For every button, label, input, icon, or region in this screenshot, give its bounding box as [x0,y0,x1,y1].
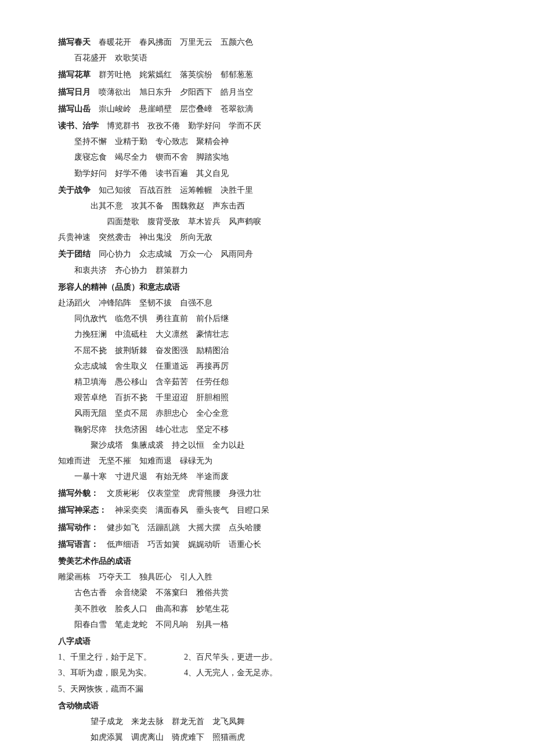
section-mountain: 描写山岳 崇山峻岭 悬崖峭壁 层峦叠嶂 苍翠欲滴 [58,102,488,116]
line-art-3: 美不胜收 脍炙人口 曲高和寡 妙笔生花 [58,602,488,616]
section-flowers: 描写花草 群芳吐艳 姹紫嫣红 落英缤纷 郁郁葱葱 [58,67,488,82]
section-appearance: 描写外貌： 文质彬彬 仪表堂堂 虎背熊腰 身强力壮 [58,486,488,501]
line-art-title: 赞美艺术作品的成语 [58,554,488,568]
label-speech: 描写语言： [58,540,99,549]
line-demeanor: 描写神采态： 神采奕奕 满面春风 垂头丧气 目瞪口呆 [58,503,488,517]
line-appearance: 描写外貌： 文质彬彬 仪表堂堂 虎背熊腰 身强力壮 [58,486,488,501]
section-action: 描写动作： 健步如飞 活蹦乱跳 大摇大摆 点头哈腰 [58,520,488,535]
line-study-2: 坚持不懈 业精于勤 专心致志 聚精会神 [58,134,488,149]
line-spirit-7: 艰苦卓绝 百折不挠 千里迢迢 肝胆相照 [58,390,488,405]
line-animal-title: 含动物成语 [58,699,488,713]
line-flowers: 描写花草 群芳吐艳 姹紫嫣红 落英缤纷 郁郁葱葱 [58,67,488,82]
line-eight-1: 1、千里之行，始于足下。 2、百尺竿头，更进一步。 [58,650,488,664]
line-spring-2: 百花盛开 欢歌笑语 [58,51,488,65]
label-animal: 含动物成语 [58,701,99,710]
label-demeanor: 描写神采态： [58,506,107,514]
label-spirit: 形容人的精神（品质）和意志成语 [58,283,180,291]
section-speech: 描写语言： 低声细语 巧舌如簧 娓娓动听 语重心长 [58,537,488,552]
line-unity-2: 和衷共济 齐心协力 群策群力 [58,263,488,278]
line-spirit-9: 鞠躬尽瘁 扶危济困 雄心壮志 坚定不移 [58,422,488,437]
line-study-1: 读书、治学 博览群书 孜孜不倦 勤学好问 学而不厌 [58,118,488,133]
section-study: 读书、治学 博览群书 孜孜不倦 勤学好问 学而不厌 坚持不懈 业精于勤 专心致志… [58,118,488,181]
line-art-2: 古色古香 余音绕梁 不落窠臼 雅俗共赏 [58,585,488,600]
line-study-3: 废寝忘食 竭尽全力 锲而不舍 脚踏实地 [58,150,488,164]
line-art-1: 雕梁画栋 巧夺天工 独具匠心 引人入胜 [58,570,488,584]
line-eight-2: 3、耳听为虚，眼见为实。 4、人无完人，金无足赤。 [58,665,488,680]
section-spirit: 形容人的精神（品质）和意志成语 赴汤蹈火 冲锋陷阵 坚韧不拔 自强不息 同仇敌忾… [58,280,488,484]
line-spirit-2: 同仇敌忾 临危不惧 勇往直前 前仆后继 [58,311,488,326]
section-eight: 八字成语 1、千里之行，始于足下。 2、百尺竿头，更进一步。 3、耳听为虚，眼见… [58,634,488,696]
line-spirit-3: 力挽狂澜 中流砥柱 大义凛然 豪情壮志 [58,327,488,341]
line-spring-1: 描写春天 春暖花开 春风拂面 万里无云 五颜六色 [58,35,488,49]
section-unity: 关于团结 同心协力 众志成城 万众一心 风雨同舟 和衷共济 齐心协力 群策群力 [58,247,488,277]
line-art-4: 阳春白雪 笔走龙蛇 不同凡响 别具一格 [58,617,488,632]
line-mountain: 描写山岳 崇山峻岭 悬崖峭壁 层峦叠嶂 苍翠欲滴 [58,102,488,116]
section-sun: 描写日月 喷薄欲出 旭日东升 夕阳西下 皓月当空 [58,85,488,99]
label-flowers: 描写花草 [58,70,91,79]
label-eight: 八字成语 [58,637,91,646]
line-war-2: 出其不意 攻其不备 围魏救赵 声东击西 [58,199,488,213]
line-study-4: 勤学好问 好学不倦 读书百遍 其义自见 [58,166,488,181]
label-war: 关于战争 [58,186,91,195]
section-art: 赞美艺术作品的成语 雕梁画栋 巧夺天工 独具匠心 引人入胜 古色古香 余音绕梁 … [58,554,488,632]
section-demeanor: 描写神采态： 神采奕奕 满面春风 垂头丧气 目瞪口呆 [58,503,488,517]
label-sun: 描写日月 [58,88,91,96]
label-appearance: 描写外貌： [58,489,99,498]
line-animal-1: 望子成龙 来龙去脉 群龙无首 龙飞凤舞 [58,714,488,729]
line-war-3: 四面楚歌 腹背受敌 草木皆兵 风声鹤唳 [58,214,488,229]
line-sun: 描写日月 喷薄欲出 旭日东升 夕阳西下 皓月当空 [58,85,488,99]
line-spirit-10: 聚沙成塔 集腋成裘 持之以恒 全力以赴 [58,438,488,452]
line-unity-1: 关于团结 同心协力 众志成城 万众一心 风雨同舟 [58,247,488,261]
line-spirit-title: 形容人的精神（品质）和意志成语 [58,280,488,294]
label-spring: 描写春天 [58,38,91,46]
line-speech: 描写语言： 低声细语 巧舌如簧 娓娓动听 语重心长 [58,537,488,552]
label-unity: 关于团结 [58,250,91,258]
line-animal-2: 如虎添翼 调虎离山 骑虎难下 照猫画虎 [58,730,488,744]
line-spirit-8: 风雨无阻 坚贞不屈 赤胆忠心 全心全意 [58,406,488,420]
line-war-1: 关于战争 知己知彼 百战百胜 运筹帷幄 决胜千里 [58,183,488,197]
section-spring: 描写春天 春暖花开 春风拂面 万里无云 五颜六色 百花盛开 欢歌笑语 [58,35,488,65]
line-eight-3: 5、天网恢恢，疏而不漏 [58,682,488,696]
line-eight-title: 八字成语 [58,634,488,649]
line-spirit-1: 赴汤蹈火 冲锋陷阵 坚韧不拔 自强不息 [58,296,488,310]
label-study: 读书、治学 [58,121,99,130]
section-animal: 含动物成语 望子成龙 来龙去脉 群龙无首 龙飞凤舞 如虎添翼 调虎离山 骑虎难下… [58,699,488,745]
line-spirit-12: 一暴十寒 寸进尺退 有始无终 半途而废 [58,469,488,484]
line-spirit-6: 精卫填海 愚公移山 含辛茹苦 任劳任怨 [58,375,488,389]
line-war-4: 兵贵神速 突然袭击 神出鬼没 所向无敌 [58,230,488,244]
label-action: 描写动作： [58,523,99,532]
section-war: 关于战争 知己知彼 百战百胜 运筹帷幄 决胜千里 出其不意 攻其不备 围魏救赵 … [58,183,488,245]
line-spirit-4: 不屈不挠 披荆斩棘 奋发图强 励精图治 [58,343,488,358]
line-spirit-11: 知难而进 无坚不摧 知难而退 碌碌无为 [58,453,488,468]
main-content: 描写春天 春暖花开 春风拂面 万里无云 五颜六色 百花盛开 欢歌笑语 描写花草 … [58,35,488,744]
line-action: 描写动作： 健步如飞 活蹦乱跳 大摇大摆 点头哈腰 [58,520,488,535]
label-mountain: 描写山岳 [58,105,91,113]
label-art: 赞美艺术作品的成语 [58,557,131,566]
line-spirit-5: 众志成城 舍生取义 任重道远 再接再厉 [58,359,488,373]
